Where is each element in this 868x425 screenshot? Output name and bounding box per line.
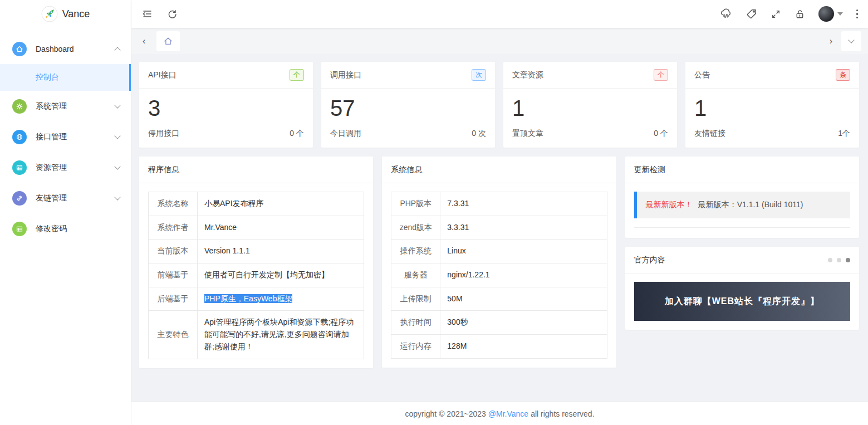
caret-down-icon xyxy=(837,12,843,16)
sidebar-item-resource-management[interactable]: 资源管理 xyxy=(0,152,131,183)
banner-text: 加入群聊【WEB站长『程序开发』】 xyxy=(665,296,820,307)
panel-title: 系统信息 xyxy=(391,165,422,175)
sidebar-subitem-console[interactable]: 控制台 xyxy=(0,64,131,91)
stat-card-calls: 调用接口 次 57 今日调用 0 次 xyxy=(321,62,495,148)
chevron-down-icon xyxy=(114,102,120,108)
stat-footer-label: 置顶文章 xyxy=(512,129,543,139)
gear-icon xyxy=(12,99,27,114)
unit-badge: 个 xyxy=(290,69,304,81)
tag-icon[interactable] xyxy=(746,8,757,19)
chevron-down-icon xyxy=(114,194,120,200)
alert-text: 最新版本：V1.1.1 (Build 1011) xyxy=(698,200,803,209)
sidebar-menu: Dashboard 控制台 系统管理 接口管理 xyxy=(0,28,131,244)
tab-home[interactable] xyxy=(156,31,180,51)
kebab-menu-icon[interactable] xyxy=(856,9,859,19)
table-row: 执行时间300秒 xyxy=(391,311,607,335)
update-check-panel: 更新检测 最新新版本！最新版本：V1.1.1 (Build 1011) xyxy=(625,157,859,238)
stat-value: 1 xyxy=(512,95,668,121)
table-icon xyxy=(12,160,27,175)
chevron-down-icon xyxy=(114,133,120,139)
footer-copyright-prefix: copyright © 2021~2023 xyxy=(405,409,486,418)
cloud-api-icon[interactable] xyxy=(719,7,733,21)
system-info-panel: 系统信息 PHP版本7.3.31 zend版本3.3.31 操作系统Linux … xyxy=(382,157,616,368)
carousel-dot[interactable] xyxy=(828,258,832,262)
user-menu[interactable] xyxy=(818,6,843,22)
sidebar-subitem-label: 控制台 xyxy=(36,72,59,82)
stat-title: 公告 xyxy=(694,70,710,80)
sidebar-item-dashboard[interactable]: Dashboard xyxy=(0,33,131,64)
stat-footer-value: 0 个 xyxy=(290,129,304,139)
stat-footer-label: 停用接口 xyxy=(148,129,179,139)
table-row: 上传限制50M xyxy=(391,287,607,311)
sidebar-item-link-management[interactable]: 友链管理 xyxy=(0,183,131,213)
chevron-down-icon xyxy=(848,37,854,43)
unit-badge: 条 xyxy=(836,69,850,81)
table-row: 系统作者Mr.Vance xyxy=(149,216,364,240)
unit-badge: 次 xyxy=(472,69,486,81)
carousel-dot[interactable] xyxy=(837,258,841,262)
unit-badge: 个 xyxy=(654,69,668,81)
table-row: 前端基于使用者可自行开发定制【均无加密】 xyxy=(149,263,364,287)
stat-cards-row: API接口 个 3 停用接口 0 个 调用接口 次 xyxy=(139,62,859,148)
program-info-panel: 程序信息 系统名称小易API发布程序 系统作者Mr.Vance 当前版本Vers… xyxy=(139,157,373,368)
stat-footer-label: 今日调用 xyxy=(330,129,361,139)
tab-bar: ‹ › xyxy=(131,28,868,54)
avatar[interactable] xyxy=(818,6,834,22)
lock-icon[interactable] xyxy=(795,9,805,19)
table-row: 运行内存128M xyxy=(391,335,607,359)
stat-card-articles: 文章资源 个 1 置顶文章 0 个 xyxy=(503,62,677,148)
stat-card-announcements: 公告 条 1 友情链接 1个 xyxy=(685,62,859,148)
stat-card-api: API接口 个 3 停用接口 0 个 xyxy=(139,62,313,148)
brand-name: Vance xyxy=(62,8,90,20)
alert-highlight: 最新新版本！ xyxy=(646,200,693,209)
stat-footer-value: 0 次 xyxy=(472,129,486,139)
footer-author-link[interactable]: @Mr.Vance xyxy=(488,409,528,418)
table-row: 系统名称小易API发布程序 xyxy=(149,192,364,216)
stat-title: API接口 xyxy=(148,70,176,80)
table-row: zend版本3.3.31 xyxy=(391,216,607,240)
panel-title: 官方内容 xyxy=(634,255,665,265)
stat-footer-value: 0 个 xyxy=(654,129,668,139)
carousel-dot-active[interactable] xyxy=(846,258,850,262)
link-icon xyxy=(12,191,27,206)
collapse-sidebar-icon[interactable] xyxy=(141,8,153,19)
table-icon xyxy=(12,222,27,236)
stat-value: 3 xyxy=(148,95,304,121)
main-area: ‹ › API接口 个 3 xyxy=(131,0,868,425)
sidebar-item-system-management[interactable]: 系统管理 xyxy=(0,91,131,121)
sidebar-item-api-management[interactable]: 接口管理 xyxy=(0,121,131,152)
chevron-down-icon xyxy=(114,163,120,169)
tabs-scroll-right-icon[interactable]: › xyxy=(825,36,837,46)
official-banner[interactable]: 加入群聊【WEB站长『程序开发』】 xyxy=(634,282,850,321)
stat-title: 文章资源 xyxy=(512,70,543,80)
refresh-icon[interactable] xyxy=(167,9,178,19)
selected-text: PHP原生，EasyWeb框架 xyxy=(204,294,292,303)
info-panels-row: 程序信息 系统名称小易API发布程序 系统作者Mr.Vance 当前版本Vers… xyxy=(139,157,859,368)
sidebar-item-label: 修改密码 xyxy=(36,224,67,234)
tabs-scroll-left-icon[interactable]: ‹ xyxy=(138,36,150,46)
brand-logo[interactable]: Vance xyxy=(0,0,131,28)
fullscreen-icon[interactable] xyxy=(771,9,781,19)
panel-title: 程序信息 xyxy=(148,165,179,175)
chevron-up-icon xyxy=(114,47,120,53)
sidebar-item-label: Dashboard xyxy=(36,45,74,53)
sidebar-item-label: 资源管理 xyxy=(36,163,67,173)
tab-actions-dropdown[interactable] xyxy=(841,31,861,51)
system-info-table: PHP版本7.3.31 zend版本3.3.31 操作系统Linux 服务器ng… xyxy=(391,192,607,359)
globe-icon xyxy=(12,130,27,144)
top-header xyxy=(131,0,868,28)
sidebar-item-label: 系统管理 xyxy=(36,101,67,111)
stat-footer-value: 1个 xyxy=(838,129,850,139)
sidebar-item-change-password[interactable]: 修改密码 xyxy=(0,213,131,244)
table-row: 主要特色Api管理程序两个板块Api和资源下载;程序功能可能写的不好,请见谅,更… xyxy=(149,311,364,359)
table-row: 服务器nginx/1.22.1 xyxy=(391,263,607,287)
table-row: PHP版本7.3.31 xyxy=(391,192,607,216)
rocket-logo-icon xyxy=(41,6,58,22)
stat-value: 57 xyxy=(330,95,486,121)
sidebar: Vance Dashboard 控制台 系统管理 xyxy=(0,0,131,425)
official-content-panel: 官方内容 加入群聊【WEB站长『程序开发』】 xyxy=(625,247,859,330)
right-column: 更新检测 最新新版本！最新版本：V1.1.1 (Build 1011) 官方内容 xyxy=(625,157,859,330)
table-row: 当前版本Version 1.1.1 xyxy=(149,240,364,263)
stat-footer-label: 友情链接 xyxy=(694,129,725,139)
footer-copyright-suffix: all rights reserved. xyxy=(531,409,594,418)
